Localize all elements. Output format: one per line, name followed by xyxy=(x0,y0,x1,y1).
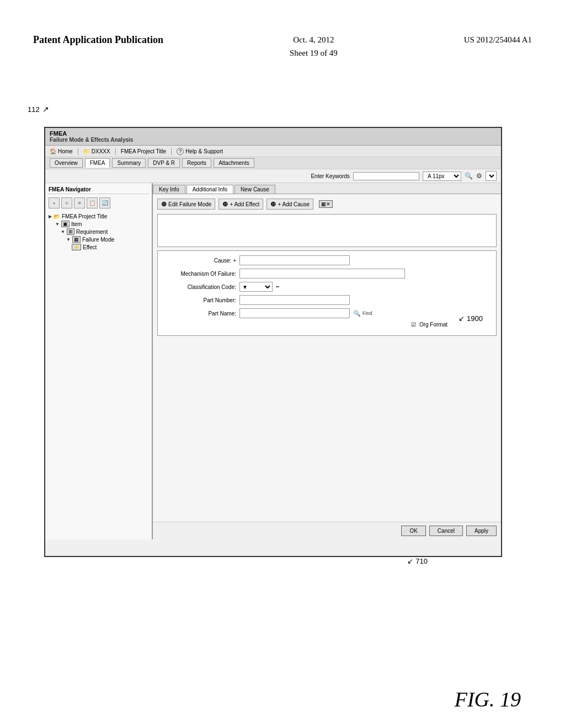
part-name-label: Part Name: xyxy=(162,311,239,317)
menu-bar[interactable]: 🏠 Home | 📁 DXXXX | FMEA Project Title | … xyxy=(45,146,501,157)
part-name-input[interactable] xyxy=(239,308,350,318)
org-format-label: Org Format xyxy=(419,322,447,328)
find-area: 🔍 Find xyxy=(353,310,372,317)
mechanism-input[interactable] xyxy=(239,269,405,279)
publication-date: Oct. 4, 2012 xyxy=(293,35,334,44)
tree-item-arrow: ▼ xyxy=(55,222,60,227)
menu-help[interactable]: ? Help & Support xyxy=(177,148,223,155)
nav-panel: FMEA Navigator + ○ ≡ 📋 🔄 ▶ 📂 FMEA Projec… xyxy=(45,183,153,539)
item-box-icon: ▣ xyxy=(61,221,70,227)
search-bar[interactable]: Enter Keywords A 11px 🔍 ⚙ ▼ xyxy=(45,169,501,183)
tab-additional-info[interactable]: Additional Info xyxy=(186,185,233,194)
tab-dvp[interactable]: DVP & R xyxy=(148,158,180,168)
add-cause-btn[interactable]: ⊕ + Add Cause xyxy=(266,199,313,210)
tree-item-item[interactable]: ▼ ▣ Item xyxy=(47,220,150,228)
app-subtitle: Failure Mode & Effects Analysis xyxy=(50,137,497,143)
edit-failure-mode-btn[interactable]: ⊕ Edit Failure Mode xyxy=(157,199,215,210)
main-panel: Key Info Additional Info New Cause ⊕ Edi… xyxy=(153,183,501,539)
nav-copy-btn[interactable]: 📋 xyxy=(87,197,98,208)
find-icon: 🔍 xyxy=(353,310,361,317)
classification-dropdown[interactable]: ▼ xyxy=(239,282,273,292)
edit-form: Cause: + Mechanism Of Failure: Classific… xyxy=(157,250,497,336)
cause-panel: ⊕ Edit Failure Mode ⊕ + Add Effect ⊕ + A… xyxy=(153,194,501,522)
find-btn-label[interactable]: Find xyxy=(363,311,372,316)
ok-button[interactable]: OK xyxy=(401,526,425,536)
ref-710-label: ↙ 710 xyxy=(407,557,428,565)
tree-item-failuremode[interactable]: ▼ ▦ Failure Mode xyxy=(47,235,150,243)
patent-number: US 2012/254044 A1 xyxy=(464,33,532,46)
tree-item-effect[interactable]: ⚡ Effect xyxy=(47,243,150,251)
title-bar: FMEA Failure Mode & Effects Analysis xyxy=(45,128,501,146)
help-icon: ? xyxy=(177,148,184,155)
tab-fmea[interactable]: FMEA xyxy=(85,158,110,168)
cause-input[interactable] xyxy=(239,255,350,265)
checkbox-checked-icon: ☑ xyxy=(411,322,416,328)
search-icon[interactable]: 🔍 xyxy=(465,172,473,180)
nav-title: FMEA Navigator xyxy=(47,185,150,194)
classification-row: Classification Code: ▼ xyxy=(162,282,492,292)
bottom-buttons[interactable]: OK Cancel Apply xyxy=(153,522,501,539)
ref-1900-label: ↙ 1900 xyxy=(459,314,483,323)
fm-arrow: ▼ xyxy=(66,237,71,242)
figure-label: FIG. 19 xyxy=(455,687,521,711)
menu-project[interactable]: 📁 DXXXX xyxy=(83,148,110,154)
part-number-input[interactable] xyxy=(239,295,350,305)
cause-label: Cause: + xyxy=(162,258,239,264)
tree-arrow-icon: ▶ xyxy=(49,214,52,219)
add-cause-plus-icon: ⊕ xyxy=(270,200,276,208)
edit-plus-icon: ⊕ xyxy=(161,200,167,208)
tab-bar[interactable]: Overview FMEA Summary DVP & R Reports At… xyxy=(45,157,501,169)
nav-dropdown[interactable]: ▼ xyxy=(486,171,497,181)
tab-key-info[interactable]: Key Info xyxy=(153,185,185,194)
fmea-window: FMEA Failure Mode & Effects Analysis 🏠 H… xyxy=(44,127,502,557)
effect-icon: ⚡ xyxy=(72,244,81,250)
menu-sep2: | xyxy=(115,147,116,155)
nav-list-btn[interactable]: ≡ xyxy=(74,197,85,208)
org-format-checkbox-icon[interactable]: ☑ xyxy=(411,322,416,328)
diagram-container: 112 ↗ FMEA Failure Mode & Effects Analys… xyxy=(28,99,524,607)
grid-icon[interactable]: ▦✕ xyxy=(319,200,333,208)
add-effect-plus-icon: ⊕ xyxy=(222,200,228,208)
cause-list-item xyxy=(159,216,495,217)
font-size-dropdown[interactable]: A 11px xyxy=(423,172,461,181)
sheet-info: Sheet 19 of 49 xyxy=(290,49,338,57)
tab-reports[interactable]: Reports xyxy=(182,158,211,168)
keyword-input[interactable] xyxy=(353,172,419,180)
project-icon: 📁 xyxy=(83,148,90,154)
menu-fmea-title[interactable]: FMEA Project Title xyxy=(121,148,166,154)
menu-home[interactable]: 🏠 Home xyxy=(50,148,73,154)
cancel-button[interactable]: Cancel xyxy=(429,526,463,536)
menu-sep3: | xyxy=(170,147,172,155)
nav-circle-btn[interactable]: ○ xyxy=(61,197,72,208)
header-center: Oct. 4, 2012 Sheet 19 of 49 xyxy=(290,33,338,60)
fm-icon: ▦ xyxy=(72,236,81,243)
home-icon: 🏠 xyxy=(50,148,56,154)
keyword-label: Enter Keywords xyxy=(311,173,350,179)
project-folder-icon: 📂 xyxy=(54,213,60,220)
part-number-label: Part Number: xyxy=(162,297,239,303)
publication-title: Patent Application Publication xyxy=(33,33,163,47)
classification-checkbox xyxy=(276,286,279,287)
tab-overview[interactable]: Overview xyxy=(50,158,83,168)
menu-sep1: | xyxy=(77,147,79,155)
settings-icon[interactable]: ⚙ xyxy=(476,172,482,180)
nav-toolbar[interactable]: + ○ ≡ 📋 🔄 xyxy=(47,196,150,210)
add-effect-btn[interactable]: ⊕ + Add Effect xyxy=(218,199,263,210)
nav-add-btn[interactable]: + xyxy=(49,197,60,208)
part-name-row: Part Name: 🔍 Find xyxy=(162,308,492,318)
tree-item-requirement[interactable]: ▼ ⊞ Requirement xyxy=(47,228,150,235)
tab-summary[interactable]: Summary xyxy=(112,158,146,168)
part-number-row: Part Number: xyxy=(162,295,492,305)
action-bar[interactable]: ⊕ Edit Failure Mode ⊕ + Add Effect ⊕ + A… xyxy=(157,199,497,210)
ref-112: 112 ↗ xyxy=(28,105,49,114)
req-icon: ⊞ xyxy=(67,228,74,235)
nav-refresh-btn[interactable]: 🔄 xyxy=(99,197,110,208)
tab-attachments[interactable]: Attachments xyxy=(214,158,254,168)
inner-tabs[interactable]: Key Info Additional Info New Cause xyxy=(153,183,501,194)
tree-item-project[interactable]: ▶ 📂 FMEA Project Title xyxy=(47,213,150,220)
app-title: FMEA xyxy=(50,130,497,137)
content-area: FMEA Navigator + ○ ≡ 📋 🔄 ▶ 📂 FMEA Projec… xyxy=(45,183,501,539)
tab-new-cause[interactable]: New Cause xyxy=(234,185,275,194)
apply-button[interactable]: Apply xyxy=(466,526,497,536)
cause-list[interactable] xyxy=(157,214,497,247)
